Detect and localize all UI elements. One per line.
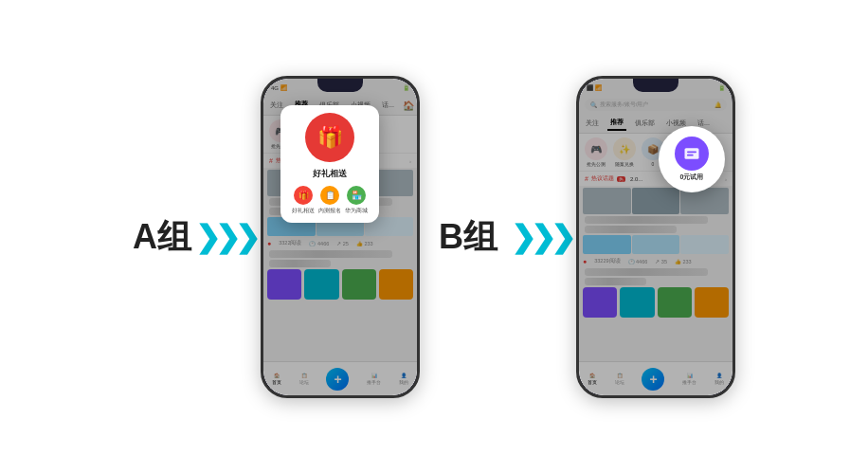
arrow-a: ❯❯❯ (195, 219, 255, 255)
phone-b-device: ⬛ 📶 15:01 🔋 🔍 搜索服务/账号/用户 🔔 关注 推荐 俱乐部 小视频 (576, 76, 735, 398)
svg-rect-1 (687, 152, 696, 154)
phone-a-popup-item-1[interactable]: 🎁 好礼相送 (292, 186, 315, 215)
phone-a-device: 4G 📶 12:30 🔋 关注 推荐 俱乐部 小视频 话... 🏠 🎮 (261, 76, 420, 398)
svg-rect-2 (687, 155, 694, 156)
group-b-section: B组 (439, 214, 505, 261)
phone-a-popup-mini-label-3: 华为商城 (345, 207, 368, 215)
phone-a-popup-mini-3: 🏪 (347, 186, 366, 205)
svg-rect-0 (685, 148, 699, 159)
phone-a-popup-title: 好礼相送 (292, 168, 368, 180)
phone-a-popup-mini-1: 🎁 (294, 186, 313, 205)
phone-b-overlay (579, 79, 732, 395)
phone-b-popup: 0元试用 (659, 126, 725, 192)
phone-a-screen: 4G 📶 12:30 🔋 关注 推荐 俱乐部 小视频 话... 🏠 🎮 (263, 79, 417, 395)
phone-b: ⬛ 📶 15:01 🔋 🔍 搜索服务/账号/用户 🔔 关注 推荐 俱乐部 小视频 (576, 76, 735, 398)
phone-a-popup-mini-label-2: 内测报名 (318, 207, 341, 215)
main-container: A组 ❯❯❯ 4G 📶 12:30 🔋 关注 推荐 俱乐部 小视频 (0, 0, 868, 474)
phone-b-notch (633, 79, 678, 92)
group-a-section: A组 (133, 214, 199, 261)
group-a-label: A组 (133, 214, 191, 261)
phone-b-popup-icon (675, 137, 709, 171)
group-b-label: B组 (439, 214, 497, 261)
phone-b-screen: ⬛ 📶 15:01 🔋 🔍 搜索服务/账号/用户 🔔 关注 推荐 俱乐部 小视频 (579, 79, 732, 395)
phone-a-popup-item-3[interactable]: 🏪 华为商城 (345, 186, 368, 215)
phone-a-popup-item-2[interactable]: 📋 内测报名 (318, 186, 341, 215)
phone-a-popup-icons-row: 🎁 好礼相送 📋 内测报名 🏪 华为商城 (292, 186, 368, 215)
arrow-b-icon: ❯❯❯ (511, 219, 570, 255)
phone-a-popup-mini-2: 📋 (320, 186, 339, 205)
phone-a-notch (317, 79, 363, 92)
phone-a-popup: 🎁 好礼相送 🎁 好礼相送 📋 内测报名 🏪 华为商 (280, 105, 379, 223)
phone-b-popup-svg (682, 144, 701, 163)
phone-a-popup-icon: 🎁 (305, 113, 354, 162)
phone-a: 4G 📶 12:30 🔋 关注 推荐 俱乐部 小视频 话... 🏠 🎮 (261, 76, 420, 398)
arrow-b: ❯❯❯ (511, 219, 570, 255)
arrow-a-icon: ❯❯❯ (195, 219, 255, 255)
phone-a-popup-mini-label-1: 好礼相送 (292, 207, 315, 215)
phone-b-popup-title: 0元试用 (680, 173, 704, 182)
